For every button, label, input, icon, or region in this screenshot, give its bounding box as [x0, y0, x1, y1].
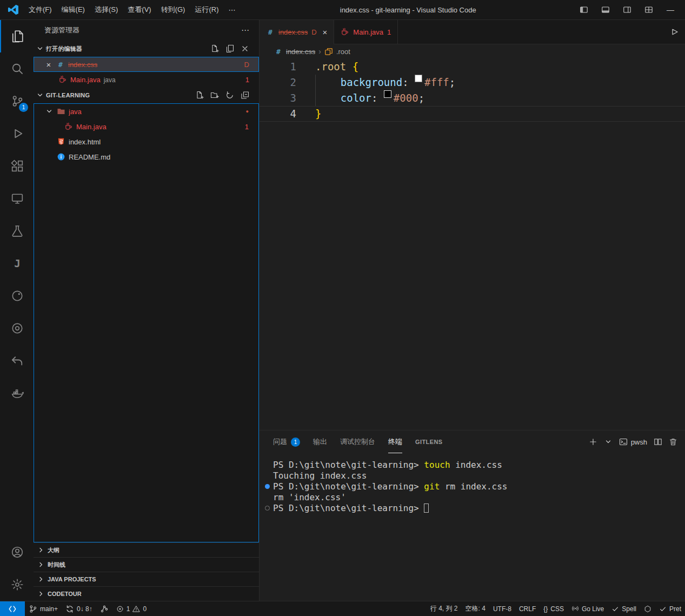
tab-output[interactable]: 输出	[313, 430, 327, 453]
window-title: index.css - git-learning - Visual Studio…	[240, 6, 576, 14]
explorer-more-actions-icon[interactable]: ⋯	[239, 25, 251, 35]
toggle-secondary-sidebar-button[interactable]	[619, 2, 635, 17]
activity-docker[interactable]	[0, 377, 34, 409]
section-java-projects[interactable]: JAVA PROJECTS	[34, 572, 259, 586]
breadcrumb-symbol[interactable]: .root	[336, 48, 350, 56]
tab-main-java[interactable]: Main.java 1	[334, 20, 398, 44]
activity-gitlens[interactable]	[0, 345, 34, 377]
new-terminal-icon[interactable]	[589, 438, 597, 446]
chevron-down-icon[interactable]	[604, 438, 613, 446]
menu-run[interactable]: 运行(R)	[190, 3, 223, 17]
activity-explorer[interactable]	[0, 20, 34, 52]
collapse-all-icon[interactable]	[241, 91, 249, 100]
language-mode[interactable]: {} CSS	[540, 601, 568, 616]
tab-problems[interactable]: 问题 1	[273, 430, 300, 453]
color-swatch-black[interactable]	[384, 90, 391, 98]
activity-codetour[interactable]	[0, 312, 34, 345]
split-terminal-icon[interactable]	[654, 438, 662, 446]
open-editor-item-index-css[interactable]: × # index.css D	[34, 57, 259, 72]
tab-terminal[interactable]: 终端	[388, 430, 402, 453]
code-line-2: 2 background: #fff;	[260, 75, 685, 90]
indentation[interactable]: 空格: 4	[462, 601, 489, 616]
activity-search[interactable]	[0, 52, 34, 85]
minimize-button[interactable]: —	[662, 2, 679, 17]
terminal-content[interactable]: PS D:\git\note\git-learning> touch index…	[260, 453, 685, 601]
refresh-icon[interactable]	[225, 91, 234, 100]
workspace-section-header[interactable]: GIT-LEARNING	[34, 87, 259, 103]
broadcast-icon	[571, 605, 579, 613]
error-icon	[116, 605, 124, 613]
go-live-button[interactable]: Go Live	[568, 601, 608, 616]
menu-goto[interactable]: 转到(G)	[156, 3, 190, 17]
activity-gradle[interactable]	[0, 280, 34, 312]
kill-terminal-icon[interactable]	[669, 438, 677, 446]
tree-item-main-java[interactable]: Main.java 1	[34, 119, 258, 134]
activity-remote-explorer[interactable]	[0, 182, 34, 215]
extension-status-button[interactable]	[640, 601, 655, 616]
activity-source-control[interactable]: 1	[0, 85, 34, 117]
customize-layout-button[interactable]	[641, 2, 657, 17]
tab-index-css[interactable]: # index.css D ×	[260, 20, 334, 44]
hexagon-icon	[644, 605, 651, 613]
java-file-icon	[58, 75, 67, 84]
save-all-icon[interactable]	[225, 44, 234, 53]
tab-debug-console[interactable]: 调试控制台	[340, 430, 375, 453]
java-file-icon	[341, 28, 349, 36]
tree-item-index-html[interactable]: index.html	[34, 134, 258, 149]
section-timeline[interactable]: 时间线	[34, 557, 259, 572]
close-icon[interactable]: ×	[44, 60, 53, 69]
menu-selection[interactable]: 选择(S)	[90, 3, 123, 17]
menu-more[interactable]: ⋯	[223, 4, 240, 16]
bottom-panel: 问题 1 输出 调试控制台 终端 GITLENS pwsh	[260, 430, 685, 601]
new-file-icon[interactable]	[195, 91, 204, 100]
activity-java[interactable]: J	[0, 247, 34, 280]
menu-file[interactable]: 文件(F)	[24, 3, 57, 17]
open-editor-item-main-java[interactable]: Main.javajava 1	[34, 72, 259, 87]
new-untitled-file-icon[interactable]	[210, 44, 219, 53]
account-button[interactable]	[0, 536, 34, 568]
section-outline[interactable]: 大纲	[34, 542, 259, 557]
color-swatch-white[interactable]	[415, 75, 422, 82]
spell-checker-status[interactable]: Spell	[608, 601, 640, 616]
tree-item-folder-java[interactable]: java ●	[34, 104, 258, 119]
scm-badge: 1	[19, 103, 28, 112]
terminal-tab-pwsh[interactable]: pwsh	[619, 438, 647, 446]
sync-status[interactable]: 0↓ 8↑	[62, 601, 96, 616]
section-codetour[interactable]: CODETOUR	[34, 586, 259, 601]
activity-extensions[interactable]	[0, 150, 34, 182]
toggle-panel-button[interactable]	[597, 2, 614, 17]
folder-java-icon	[57, 107, 65, 116]
new-folder-icon[interactable]	[210, 91, 219, 100]
git-deleted-badge: D	[244, 61, 249, 69]
git-branch-status[interactable]: main+	[25, 601, 62, 616]
open-editors-header[interactable]: 打开的编辑器	[34, 41, 259, 57]
tree-empty-space[interactable]	[34, 164, 258, 542]
settings-gear-button[interactable]	[0, 568, 34, 601]
close-all-editors-icon[interactable]	[241, 44, 249, 53]
breadcrumb-file[interactable]: index.css	[286, 48, 315, 56]
menu-view[interactable]: 查看(V)	[123, 3, 156, 17]
scm-graph-button[interactable]	[96, 601, 112, 616]
run-code-icon[interactable]	[670, 28, 679, 36]
problems-status[interactable]: 1 0	[112, 601, 150, 616]
toggle-sidebar-button[interactable]	[576, 2, 592, 17]
activity-testing[interactable]	[0, 215, 34, 247]
git-modified-dot: ●	[246, 109, 249, 114]
remote-indicator[interactable]	[0, 601, 25, 616]
breadcrumb: # index.css › .root	[260, 44, 685, 58]
eol[interactable]: CRLF	[515, 601, 540, 616]
close-icon[interactable]: ×	[323, 28, 328, 37]
command-decoration-icon[interactable]	[265, 506, 270, 511]
activity-run-debug[interactable]	[0, 117, 34, 150]
command-decoration-icon[interactable]	[265, 484, 270, 489]
git-deleted-badge: D	[311, 28, 316, 36]
problems-badge: 1	[245, 123, 249, 131]
tab-gitlens[interactable]: GITLENS	[415, 430, 442, 453]
tree-item-readme-md[interactable]: README.md	[34, 149, 258, 164]
formatter-status[interactable]: Pret	[655, 601, 685, 616]
encoding[interactable]: UTF-8	[489, 601, 515, 616]
menu-edit[interactable]: 编辑(E)	[57, 3, 90, 17]
cursor-position[interactable]: 行 4, 列 2	[427, 601, 462, 616]
css-file-icon: #	[274, 48, 283, 56]
editor-code[interactable]: 1.root { 2 background: #fff; 3 color: #0…	[260, 58, 685, 430]
